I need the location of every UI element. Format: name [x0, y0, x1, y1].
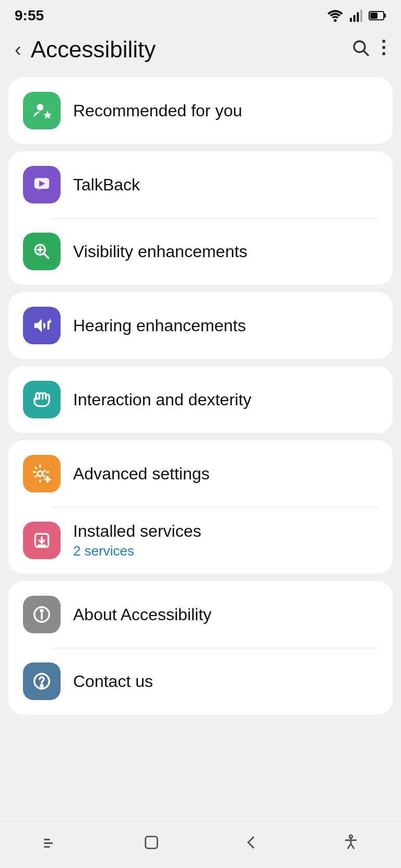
menu-item-installed[interactable]: Installed services2 services — [8, 507, 393, 574]
svg-rect-7 — [370, 13, 378, 19]
card-group3: + Hearing enhancements — [8, 292, 393, 359]
menu-item-hearing[interactable]: + Hearing enhancements — [8, 292, 393, 359]
search-button[interactable] — [351, 38, 370, 62]
menu-item-recommended[interactable]: Recommended for you — [8, 77, 393, 144]
speaker-plus-icon: + — [23, 307, 61, 344]
menu-text-interaction: Interaction and dexterity — [73, 390, 252, 409]
svg-rect-39 — [145, 837, 157, 849]
menu-label-contact: Contact us — [73, 672, 153, 691]
menu-label-installed: Installed services — [73, 522, 201, 541]
svg-point-13 — [37, 104, 44, 111]
back-nav-button[interactable] — [228, 828, 275, 861]
content: Recommended for you ▶ TalkBack Visibilit… — [0, 72, 401, 725]
status-time: 9:55 — [15, 7, 44, 24]
menu-item-advanced[interactable]: Advanced settings — [8, 440, 393, 507]
menu-text-recommended: Recommended for you — [73, 101, 242, 120]
card-group5: Advanced settings Installed services2 se… — [8, 440, 393, 574]
menu-item-contact[interactable]: Contact us — [8, 648, 393, 715]
menu-sublabel-installed: 2 services — [73, 543, 201, 559]
home-button[interactable] — [127, 828, 176, 861]
menu-item-about[interactable]: About Accessibility — [8, 581, 393, 648]
menu-label-about: About Accessibility — [73, 605, 211, 624]
menu-label-advanced: Advanced settings — [73, 464, 210, 484]
header-actions — [351, 38, 386, 62]
svg-line-19 — [44, 254, 49, 258]
back-button[interactable]: ‹ — [15, 40, 21, 59]
svg-point-0 — [334, 19, 336, 22]
question-circle-icon — [23, 662, 61, 700]
menu-text-about: About Accessibility — [73, 605, 211, 624]
menu-item-visibility[interactable]: Visibility enhancements — [8, 218, 393, 285]
svg-rect-4 — [360, 9, 362, 22]
svg-point-25 — [38, 471, 43, 476]
more-button[interactable] — [381, 38, 386, 62]
card-group1: Recommended for you — [8, 77, 393, 144]
wifi-icon — [327, 9, 344, 22]
svg-point-35 — [41, 685, 43, 687]
person-star-icon — [23, 92, 61, 129]
battery-icon — [369, 10, 386, 21]
menu-label-interaction: Interaction and dexterity — [73, 390, 252, 409]
svg-marker-14 — [43, 111, 52, 119]
nav-bar — [0, 821, 401, 868]
card-group2: ▶ TalkBack Visibility enhancements — [8, 151, 393, 285]
chat-bubble-icon: ▶ — [23, 166, 61, 203]
svg-point-10 — [382, 40, 385, 43]
svg-point-12 — [382, 52, 385, 55]
status-bar: 9:55 — [0, 0, 401, 29]
svg-rect-3 — [357, 12, 359, 22]
menu-text-contact: Contact us — [73, 672, 153, 691]
menu-item-talkback[interactable]: ▶ TalkBack — [8, 151, 393, 218]
page-title: Accessibility — [31, 37, 351, 63]
header: ‹ Accessibility — [0, 29, 401, 72]
signal-icon — [349, 9, 363, 22]
accessibility-nav-button[interactable] — [326, 828, 375, 861]
menu-text-visibility: Visibility enhancements — [73, 242, 247, 261]
menu-text-installed: Installed services2 services — [73, 522, 201, 559]
card-group6: About Accessibility Contact us — [8, 581, 393, 715]
svg-rect-1 — [350, 18, 352, 22]
info-circle-icon — [23, 596, 61, 633]
svg-line-44 — [351, 844, 354, 849]
status-icons — [327, 9, 386, 22]
menu-text-talkback: TalkBack — [73, 175, 140, 195]
download-box-icon — [23, 522, 61, 559]
svg-rect-6 — [384, 14, 386, 18]
menu-label-talkback: TalkBack — [73, 175, 140, 195]
menu-item-interaction[interactable]: Interaction and dexterity — [8, 366, 393, 433]
recent-apps-button[interactable] — [26, 828, 75, 861]
card-group4: Interaction and dexterity — [8, 366, 393, 433]
svg-point-11 — [382, 46, 385, 49]
menu-text-hearing: Hearing enhancements — [73, 316, 246, 335]
menu-label-recommended: Recommended for you — [73, 101, 242, 120]
magnify-plus-icon — [23, 233, 61, 270]
gear-plus-icon — [23, 455, 61, 492]
menu-label-hearing: Hearing enhancements — [73, 316, 246, 335]
menu-label-visibility: Visibility enhancements — [73, 242, 247, 261]
svg-text:▶: ▶ — [39, 179, 45, 187]
hand-touch-icon — [23, 381, 61, 418]
menu-text-advanced: Advanced settings — [73, 464, 210, 484]
svg-line-9 — [364, 51, 368, 55]
svg-point-33 — [41, 610, 43, 612]
svg-text:+: + — [48, 317, 52, 326]
svg-rect-2 — [353, 15, 356, 22]
